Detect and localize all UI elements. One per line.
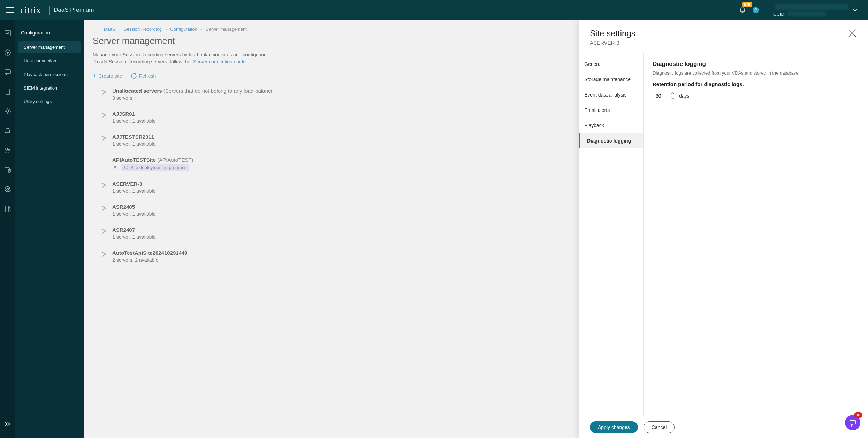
chevron-right-icon <box>96 204 112 212</box>
drawer-nav-item[interactable]: General <box>579 56 643 72</box>
ccid-value-redacted <box>787 11 826 16</box>
desc-text-1: Manage your Session Recording servers by… <box>93 52 267 57</box>
account-menu[interactable]: CCID: <box>766 0 865 20</box>
rail-dashboard-icon[interactable] <box>4 29 12 37</box>
product-name: DaaS Premium <box>54 7 94 14</box>
svg-point-10 <box>6 148 8 150</box>
sidebar-title: Configuration <box>15 27 84 40</box>
help-icon[interactable]: ? <box>753 7 759 13</box>
rail-alert-icon[interactable] <box>4 127 12 135</box>
apply-changes-button[interactable]: Apply changes <box>590 421 638 433</box>
chevron-right-icon <box>96 134 112 141</box>
chevron-right-icon <box>96 227 112 235</box>
svg-rect-3 <box>5 30 10 36</box>
cancel-button[interactable]: Cancel <box>644 421 675 433</box>
main: Configuration Server management Host con… <box>0 20 868 438</box>
deploy-status-badge: Site deployment in progress <box>121 164 189 171</box>
rail-play-icon[interactable] <box>4 49 12 56</box>
svg-rect-12 <box>5 168 9 171</box>
crumb-current: Server management <box>206 26 247 32</box>
drawer-nav-item[interactable]: Diagnostic logging <box>579 133 643 148</box>
content: DaaS › Session Recording › Configuration… <box>84 20 868 438</box>
rail-library-icon[interactable] <box>4 205 12 213</box>
page-description: Manage your Session Recording servers by… <box>93 51 406 66</box>
chevron-right-icon <box>96 157 112 158</box>
refresh-label: Refresh <box>139 73 156 79</box>
drawer-nav-item[interactable]: Playback <box>579 118 643 133</box>
section-title: Diagnostic logging <box>653 61 859 68</box>
stepper-down-icon[interactable] <box>669 96 676 101</box>
svg-point-14 <box>7 188 9 190</box>
divider <box>49 6 50 15</box>
deploy-status-text: Site deployment in progress <box>130 165 186 170</box>
crumb-session-recording[interactable]: Session Recording <box>124 26 162 32</box>
drawer-title: Site settings <box>590 29 635 38</box>
panel-toggle-icon[interactable] <box>93 26 99 32</box>
chevron-right-icon <box>96 88 112 95</box>
svg-rect-6 <box>5 70 10 74</box>
chevron-right-icon: › <box>165 26 167 32</box>
rail-config-icon[interactable] <box>4 107 12 115</box>
sidebar-item-siem-integration[interactable]: SIEM integration <box>18 82 81 94</box>
chevron-right-icon: › <box>201 26 202 32</box>
chat-badge: 18 <box>854 412 862 418</box>
hamburger-icon[interactable] <box>3 4 16 16</box>
crumb-configuration[interactable]: Configuration <box>170 26 197 32</box>
sidebar-item-utility-settings[interactable]: Utility settings <box>18 95 81 108</box>
close-icon[interactable] <box>848 29 857 39</box>
create-site-label: Create site <box>99 73 122 79</box>
svg-point-11 <box>8 149 10 151</box>
spinner-icon <box>124 165 128 169</box>
icon-rail <box>0 20 15 438</box>
site-settings-drawer: Site settings ASERVER-3 GeneralStorage m… <box>579 20 868 438</box>
azure-icon: A <box>112 164 118 170</box>
rail-users-icon[interactable] <box>4 146 12 154</box>
chevron-right-icon <box>96 250 112 258</box>
chevron-right-icon <box>96 181 112 189</box>
svg-rect-21 <box>850 420 855 424</box>
drawer-nav-item[interactable]: Storage maintenance <box>579 72 643 87</box>
svg-point-23 <box>853 422 854 422</box>
chat-widget-button[interactable]: 18 <box>845 415 860 430</box>
chevron-right-icon <box>96 111 112 118</box>
drawer-nav-item[interactable]: Email alerts <box>579 102 643 118</box>
row-title-paren: (APIAutoTEST) <box>156 157 193 163</box>
rail-device-icon[interactable] <box>4 166 12 174</box>
sidebar: Configuration Server management Host con… <box>15 20 84 438</box>
notifications-button[interactable]: 570 <box>739 6 746 14</box>
svg-marker-5 <box>7 51 9 54</box>
rail-chat-icon[interactable] <box>4 68 12 76</box>
create-site-button[interactable]: + Create site <box>93 73 122 79</box>
drawer-nav-item[interactable]: Event data analysis <box>579 87 643 102</box>
svg-point-9 <box>7 110 9 112</box>
plus-icon: + <box>93 74 97 78</box>
sidebar-item-host-connection[interactable]: Host connection <box>18 55 81 67</box>
account-name-redacted <box>775 4 848 10</box>
sidebar-item-playback-permissions[interactable]: Playback permissions <box>18 68 81 80</box>
stepper-up-icon[interactable] <box>669 91 676 96</box>
rail-expand-icon[interactable] <box>0 417 15 431</box>
retention-days-input[interactable] <box>653 91 676 101</box>
topbar: citrix DaaS Premium 570 ? CCID: <box>0 0 868 20</box>
ccid-label: CCID: <box>773 11 785 17</box>
chevron-down-icon <box>853 8 858 13</box>
retention-days-value[interactable] <box>653 91 669 101</box>
notif-badge: 570 <box>742 2 752 7</box>
svg-line-18 <box>9 207 10 211</box>
row-title-paren: (Servers that do not belong to any load-… <box>162 88 272 94</box>
crumb-daas[interactable]: DaaS <box>104 26 115 32</box>
desc-text-2: To add Session Recording servers, follow… <box>93 59 190 64</box>
field-label: Retention period for diagnostic logs. <box>653 81 859 87</box>
drawer-nav: GeneralStorage maintenanceEvent data ana… <box>579 53 644 416</box>
refresh-button[interactable]: Refresh <box>131 73 156 79</box>
unit-label: days <box>679 93 690 99</box>
drawer-subtitle: ASERVER-3 <box>590 40 635 46</box>
rail-document-icon[interactable] <box>4 88 12 95</box>
chevron-right-icon: › <box>119 26 120 32</box>
citrix-logo: citrix <box>20 5 41 16</box>
svg-point-22 <box>851 422 852 422</box>
rail-settings-icon[interactable] <box>4 185 12 193</box>
server-connection-guide-link[interactable]: Server connection guide. <box>193 59 247 64</box>
section-description: Diagnostic logs are collected from your … <box>653 70 859 76</box>
sidebar-item-server-management[interactable]: Server management <box>18 41 81 53</box>
